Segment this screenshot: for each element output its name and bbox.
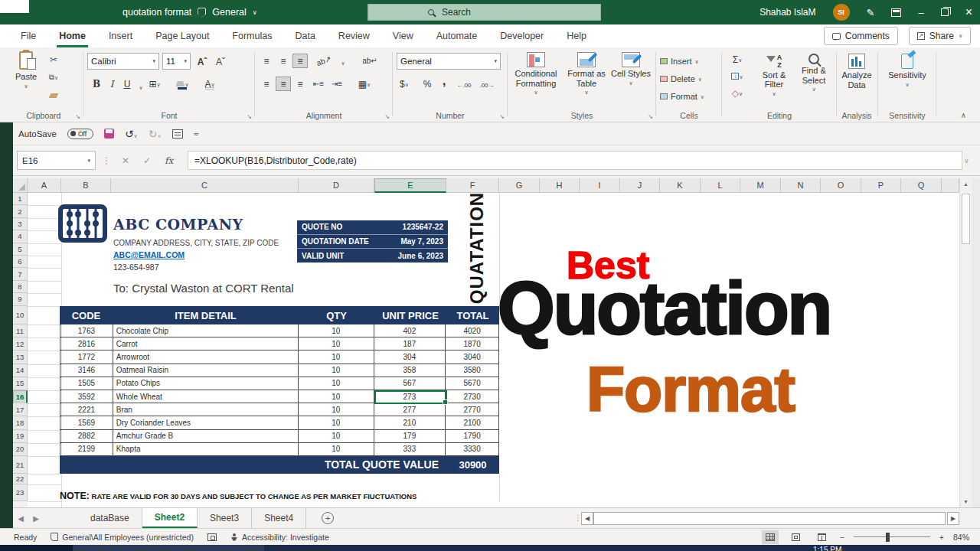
table-cell[interactable]: 10 [299, 364, 374, 377]
display-settings-status[interactable] [207, 533, 217, 541]
table-cell[interactable]: 1569 [60, 416, 113, 429]
table-cell[interactable]: 2816 [60, 337, 113, 350]
total-value[interactable]: 30900 [446, 459, 499, 471]
format-as-table-button[interactable]: Format as Table∨ [564, 52, 609, 96]
zoom-slider[interactable] [854, 536, 930, 538]
italic-button[interactable]: I [104, 77, 119, 91]
merge-center-button[interactable]: ▦∨ [357, 77, 372, 91]
align-right-button[interactable]: ≡ [292, 77, 308, 91]
format-painter-icon[interactable] [46, 88, 61, 103]
increase-decimal-button[interactable]: ←.00 [453, 78, 475, 93]
insert-cells-button[interactable]: Insert∨ [660, 54, 718, 68]
row-header-9[interactable]: 9 [13, 293, 28, 305]
row-header-5[interactable]: 5 [13, 243, 28, 256]
borders-button[interactable]: ⊞∨ [147, 77, 162, 91]
company-address[interactable]: COMPANY ADDRESS, CITY, STATE, ZIP CODE [113, 239, 279, 247]
row-header-15[interactable]: 15 [13, 377, 28, 390]
table-header-qty[interactable]: QTY [299, 306, 374, 324]
row-header-19[interactable]: 19 [13, 430, 28, 443]
number-dialog-launcher[interactable]: ↘ [499, 113, 505, 120]
align-bottom-button[interactable]: ≡ [292, 54, 308, 68]
zoom-out-button[interactable]: − [840, 533, 844, 542]
tab-page-layout[interactable]: Page Layout [144, 24, 220, 47]
table-cell[interactable]: 10 [299, 337, 374, 350]
column-header-A[interactable]: A [28, 178, 61, 193]
row-header-3[interactable]: 3 [13, 218, 28, 230]
column-header-J[interactable]: J [620, 178, 660, 193]
row-header-13[interactable]: 13 [13, 350, 28, 364]
table-cell[interactable]: 179 [374, 430, 446, 442]
column-header-K[interactable]: K [660, 178, 701, 193]
close-button[interactable]: × [965, 5, 972, 19]
table-cell[interactable]: 1870 [446, 337, 498, 350]
formula-input[interactable]: =XLOOKUP(B16,Distributor_Code,rate) [188, 151, 962, 170]
sensitivity-label[interactable]: General [212, 7, 246, 18]
page-break-view-button[interactable] [814, 530, 831, 544]
table-cell[interactable]: Amchur Grade B [113, 430, 299, 442]
format-cells-button[interactable]: Format∨ [660, 89, 718, 103]
table-cell[interactable]: 2882 [60, 430, 113, 442]
tab-formulas[interactable]: Formulas [220, 24, 283, 47]
chevron-down-icon[interactable]: ∨ [133, 80, 149, 94]
table-cell[interactable]: Bran [113, 403, 299, 416]
select-all-corner[interactable] [13, 178, 28, 193]
normal-view-button[interactable] [762, 530, 779, 544]
table-row[interactable]: 3146Oatmeal Raisin103583580 [60, 364, 499, 377]
row-header-22[interactable]: 22 [13, 474, 28, 484]
align-middle-button[interactable]: ≡ [276, 54, 291, 68]
prev-sheet-arrow[interactable]: ◀ [13, 508, 28, 528]
table-row[interactable]: 1505Potato Chips105675670 [60, 377, 499, 390]
table-cell[interactable]: Carrot [113, 337, 299, 350]
enter-icon[interactable]: ✓ [143, 151, 151, 170]
tab-home[interactable]: Home [47, 24, 97, 47]
table-cell[interactable]: 402 [374, 324, 446, 337]
font-size-select[interactable]: 11▾ [162, 53, 191, 70]
table-cell[interactable]: 10 [299, 390, 374, 403]
table-cell[interactable]: 1790 [446, 430, 498, 442]
restore-button[interactable] [941, 8, 949, 16]
table-cell[interactable]: 10 [299, 324, 374, 337]
shrink-font-button[interactable]: Aˇ [213, 54, 228, 69]
column-header-P[interactable]: P [861, 178, 901, 193]
table-header-code[interactable]: CODE [60, 306, 113, 324]
table-cell[interactable]: 3146 [60, 364, 113, 377]
row-header-10[interactable]: 10 [13, 306, 28, 324]
clipboard-dialog-launcher[interactable]: ↘ [75, 113, 80, 120]
zoom-level[interactable]: 84% [953, 533, 969, 542]
company-phone[interactable]: 123-654-987 [113, 262, 159, 272]
tab-view[interactable]: View [381, 24, 425, 47]
orientation-button[interactable]: ab↗ [311, 50, 338, 71]
tab-data[interactable]: Data [283, 24, 326, 47]
table-cell[interactable]: 304 [374, 350, 446, 363]
column-header-E[interactable]: E [374, 178, 446, 193]
table-cell[interactable]: 2221 [60, 403, 113, 416]
table-cell[interactable]: 4020 [446, 324, 498, 337]
insert-function-icon[interactable]: fx [165, 151, 173, 170]
column-header-B[interactable]: B [61, 178, 111, 193]
table-cell[interactable]: 3040 [446, 350, 498, 363]
table-row[interactable]: 2221Bran102772770 [60, 403, 499, 416]
draw-pen-icon[interactable]: ✎ [867, 7, 875, 18]
expand-formula-bar-icon[interactable]: ∨ [964, 151, 969, 170]
styles-dialog-launcher[interactable]: ↘ [648, 113, 653, 120]
share-button[interactable]: ↗ Share ∨ [909, 27, 971, 45]
table-cell[interactable]: 10 [299, 350, 374, 363]
company-logo[interactable] [58, 204, 107, 246]
percent-button[interactable]: % [420, 77, 435, 91]
minimize-button[interactable]: – [918, 7, 923, 18]
cell-styles-button[interactable]: Cell Styles∨ [611, 52, 651, 86]
paste-button[interactable]: Paste ∨ [11, 51, 41, 90]
table-total-row[interactable]: TOTAL QUOTE VALUE 30900 [60, 456, 499, 474]
column-header-L[interactable]: L [701, 178, 740, 193]
column-header-I[interactable]: I [580, 178, 620, 193]
table-cell[interactable]: Dry Coriander Leaves [113, 416, 299, 429]
align-center-button[interactable]: ≡ [276, 77, 291, 91]
grow-font-button[interactable]: Aˆ [194, 54, 210, 69]
table-row[interactable]: 1569Dry Coriander Leaves102102100 [60, 416, 499, 429]
sheet-tab-sheet2[interactable]: Sheet2 [142, 508, 198, 528]
page-layout-view-button[interactable] [788, 530, 805, 544]
clear-button[interactable]: ◇∨ [726, 86, 749, 100]
table-header-unit-price[interactable]: UNIT PRICE [374, 306, 446, 324]
search-input[interactable]: Search [368, 4, 601, 21]
row-header-2[interactable]: 2 [13, 205, 28, 217]
